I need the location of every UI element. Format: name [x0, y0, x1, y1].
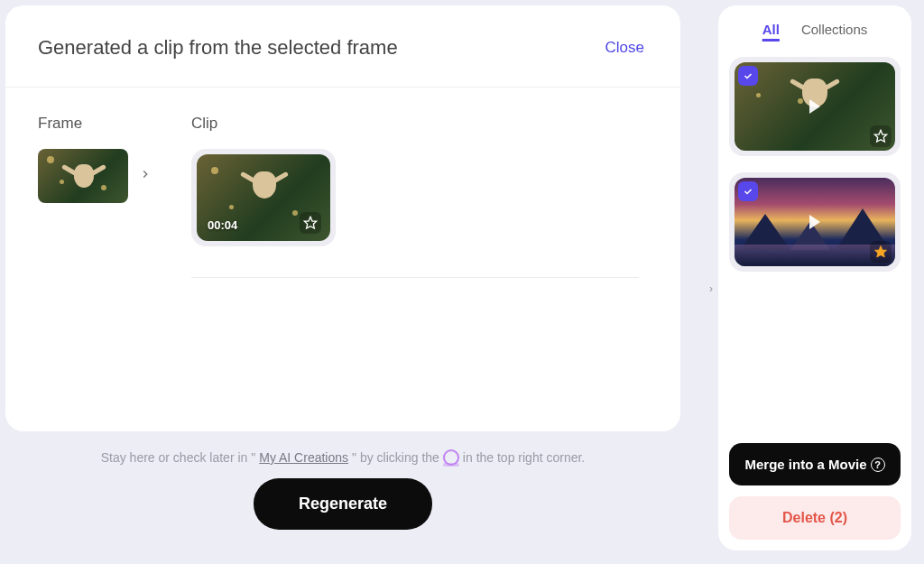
close-button[interactable]: Close — [605, 39, 644, 57]
frame-column: Frame — [38, 115, 155, 278]
creations-icon — [443, 449, 459, 466]
selected-check-icon[interactable] — [738, 66, 758, 86]
hint-mid: " by clicking the — [352, 450, 439, 465]
frame-thumbnail[interactable] — [38, 149, 128, 203]
bottom-area: Stay here or check later in " My AI Crea… — [5, 449, 680, 530]
sidebar-actions: Merge into a Movie ? Delete (2) — [729, 443, 901, 540]
sidebar-collapse-handle[interactable]: › — [704, 282, 718, 296]
content-row: Frame Clip 00:04 — [5, 88, 680, 278]
gallery — [729, 57, 901, 272]
favorite-button[interactable] — [870, 241, 892, 263]
selected-check-icon[interactable] — [738, 181, 758, 201]
sidebar: All Collections — [718, 5, 911, 550]
svg-marker-2 — [874, 245, 886, 257]
card-header: Generated a clip from the selected frame… — [5, 5, 680, 88]
sidebar-tabs: All Collections — [729, 22, 901, 42]
merge-label: Merge into a Movie — [744, 457, 866, 472]
play-icon — [809, 99, 820, 114]
result-card: Generated a clip from the selected frame… — [5, 5, 680, 431]
frame-label: Frame — [38, 115, 155, 133]
svg-marker-1 — [874, 130, 886, 142]
tab-collections[interactable]: Collections — [801, 22, 867, 42]
clip-duration: 00:04 — [208, 218, 237, 232]
favorite-button[interactable] — [870, 125, 892, 147]
hint-text: Stay here or check later in " My AI Crea… — [101, 449, 586, 466]
merge-button[interactable]: Merge into a Movie ? — [729, 443, 901, 485]
chevron-right-icon — [139, 168, 152, 184]
delete-button[interactable]: Delete (2) — [729, 496, 901, 540]
tab-all[interactable]: All — [762, 22, 780, 42]
gallery-item[interactable] — [729, 57, 901, 156]
hint-post: in the top right corner. — [463, 450, 585, 465]
divider — [191, 277, 639, 278]
play-icon — [809, 215, 820, 229]
card-title: Generated a clip from the selected frame — [38, 36, 398, 60]
clip-column: Clip 00:04 — [191, 115, 648, 278]
hint-pre: Stay here or check later in " — [101, 450, 256, 465]
clip-label: Clip — [191, 115, 648, 133]
my-ai-creations-link[interactable]: My AI Creations — [259, 450, 348, 465]
clip-card[interactable]: 00:04 — [191, 149, 336, 246]
help-icon[interactable]: ? — [871, 458, 885, 472]
regenerate-button[interactable]: Regenerate — [254, 478, 432, 530]
svg-marker-0 — [304, 217, 316, 228]
favorite-button[interactable] — [300, 212, 321, 234]
gallery-item[interactable] — [729, 172, 901, 272]
